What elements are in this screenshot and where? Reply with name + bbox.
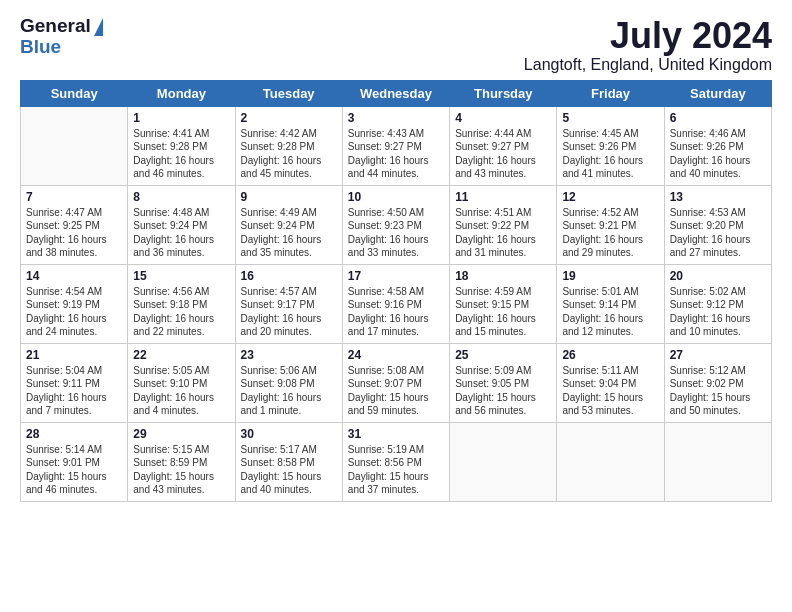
calendar-cell: 12Sunrise: 4:52 AMSunset: 9:21 PMDayligh… <box>557 185 664 264</box>
day-number: 14 <box>26 269 122 283</box>
day-info: Sunrise: 5:09 AMSunset: 9:05 PMDaylight:… <box>455 364 551 418</box>
day-info: Sunrise: 4:59 AMSunset: 9:15 PMDaylight:… <box>455 285 551 339</box>
day-number: 25 <box>455 348 551 362</box>
day-number: 5 <box>562 111 658 125</box>
logo-blue: Blue <box>20 36 61 57</box>
day-number: 17 <box>348 269 444 283</box>
calendar-cell: 4Sunrise: 4:44 AMSunset: 9:27 PMDaylight… <box>450 106 557 185</box>
day-info: Sunrise: 4:48 AMSunset: 9:24 PMDaylight:… <box>133 206 229 260</box>
calendar-cell: 18Sunrise: 4:59 AMSunset: 9:15 PMDayligh… <box>450 264 557 343</box>
day-number: 26 <box>562 348 658 362</box>
calendar-cell: 27Sunrise: 5:12 AMSunset: 9:02 PMDayligh… <box>664 343 771 422</box>
calendar-cell: 16Sunrise: 4:57 AMSunset: 9:17 PMDayligh… <box>235 264 342 343</box>
day-number: 20 <box>670 269 766 283</box>
day-number: 19 <box>562 269 658 283</box>
day-info: Sunrise: 4:49 AMSunset: 9:24 PMDaylight:… <box>241 206 337 260</box>
day-number: 29 <box>133 427 229 441</box>
day-info: Sunrise: 5:11 AMSunset: 9:04 PMDaylight:… <box>562 364 658 418</box>
day-number: 4 <box>455 111 551 125</box>
calendar-cell: 13Sunrise: 4:53 AMSunset: 9:20 PMDayligh… <box>664 185 771 264</box>
day-number: 15 <box>133 269 229 283</box>
day-number: 27 <box>670 348 766 362</box>
day-info: Sunrise: 5:08 AMSunset: 9:07 PMDaylight:… <box>348 364 444 418</box>
day-info: Sunrise: 4:53 AMSunset: 9:20 PMDaylight:… <box>670 206 766 260</box>
day-info: Sunrise: 4:44 AMSunset: 9:27 PMDaylight:… <box>455 127 551 181</box>
logo: General Blue <box>20 16 103 58</box>
calendar-table: SundayMondayTuesdayWednesdayThursdayFrid… <box>20 80 772 502</box>
day-info: Sunrise: 5:15 AMSunset: 8:59 PMDaylight:… <box>133 443 229 497</box>
day-info: Sunrise: 5:05 AMSunset: 9:10 PMDaylight:… <box>133 364 229 418</box>
day-info: Sunrise: 5:06 AMSunset: 9:08 PMDaylight:… <box>241 364 337 418</box>
day-number: 30 <box>241 427 337 441</box>
calendar-cell: 25Sunrise: 5:09 AMSunset: 9:05 PMDayligh… <box>450 343 557 422</box>
calendar-week-row: 28Sunrise: 5:14 AMSunset: 9:01 PMDayligh… <box>21 422 772 501</box>
day-number: 22 <box>133 348 229 362</box>
day-number: 9 <box>241 190 337 204</box>
day-number: 23 <box>241 348 337 362</box>
calendar-day-header: Saturday <box>664 80 771 106</box>
calendar-week-row: 21Sunrise: 5:04 AMSunset: 9:11 PMDayligh… <box>21 343 772 422</box>
day-info: Sunrise: 4:52 AMSunset: 9:21 PMDaylight:… <box>562 206 658 260</box>
calendar-day-header: Sunday <box>21 80 128 106</box>
calendar-cell: 28Sunrise: 5:14 AMSunset: 9:01 PMDayligh… <box>21 422 128 501</box>
day-number: 24 <box>348 348 444 362</box>
day-number: 6 <box>670 111 766 125</box>
logo-triangle-icon <box>94 18 103 36</box>
calendar-cell: 1Sunrise: 4:41 AMSunset: 9:28 PMDaylight… <box>128 106 235 185</box>
day-info: Sunrise: 4:56 AMSunset: 9:18 PMDaylight:… <box>133 285 229 339</box>
logo-general: General <box>20 16 91 37</box>
day-info: Sunrise: 5:02 AMSunset: 9:12 PMDaylight:… <box>670 285 766 339</box>
calendar-cell: 24Sunrise: 5:08 AMSunset: 9:07 PMDayligh… <box>342 343 449 422</box>
day-info: Sunrise: 4:41 AMSunset: 9:28 PMDaylight:… <box>133 127 229 181</box>
calendar-cell: 15Sunrise: 4:56 AMSunset: 9:18 PMDayligh… <box>128 264 235 343</box>
day-number: 28 <box>26 427 122 441</box>
calendar-cell: 17Sunrise: 4:58 AMSunset: 9:16 PMDayligh… <box>342 264 449 343</box>
calendar-cell: 11Sunrise: 4:51 AMSunset: 9:22 PMDayligh… <box>450 185 557 264</box>
day-number: 3 <box>348 111 444 125</box>
day-number: 12 <box>562 190 658 204</box>
calendar-cell: 5Sunrise: 4:45 AMSunset: 9:26 PMDaylight… <box>557 106 664 185</box>
calendar-cell: 3Sunrise: 4:43 AMSunset: 9:27 PMDaylight… <box>342 106 449 185</box>
day-info: Sunrise: 4:42 AMSunset: 9:28 PMDaylight:… <box>241 127 337 181</box>
day-info: Sunrise: 5:14 AMSunset: 9:01 PMDaylight:… <box>26 443 122 497</box>
calendar-cell: 7Sunrise: 4:47 AMSunset: 9:25 PMDaylight… <box>21 185 128 264</box>
calendar-cell: 22Sunrise: 5:05 AMSunset: 9:10 PMDayligh… <box>128 343 235 422</box>
day-number: 2 <box>241 111 337 125</box>
day-number: 31 <box>348 427 444 441</box>
calendar-cell: 29Sunrise: 5:15 AMSunset: 8:59 PMDayligh… <box>128 422 235 501</box>
location-title: Langtoft, England, United Kingdom <box>524 56 772 74</box>
day-info: Sunrise: 5:01 AMSunset: 9:14 PMDaylight:… <box>562 285 658 339</box>
calendar-cell <box>557 422 664 501</box>
day-info: Sunrise: 4:45 AMSunset: 9:26 PMDaylight:… <box>562 127 658 181</box>
day-info: Sunrise: 4:47 AMSunset: 9:25 PMDaylight:… <box>26 206 122 260</box>
calendar-cell: 20Sunrise: 5:02 AMSunset: 9:12 PMDayligh… <box>664 264 771 343</box>
calendar-week-row: 7Sunrise: 4:47 AMSunset: 9:25 PMDaylight… <box>21 185 772 264</box>
day-number: 11 <box>455 190 551 204</box>
calendar-cell: 14Sunrise: 4:54 AMSunset: 9:19 PMDayligh… <box>21 264 128 343</box>
calendar-cell <box>21 106 128 185</box>
calendar-cell: 19Sunrise: 5:01 AMSunset: 9:14 PMDayligh… <box>557 264 664 343</box>
day-info: Sunrise: 5:17 AMSunset: 8:58 PMDaylight:… <box>241 443 337 497</box>
calendar-cell: 23Sunrise: 5:06 AMSunset: 9:08 PMDayligh… <box>235 343 342 422</box>
day-info: Sunrise: 4:50 AMSunset: 9:23 PMDaylight:… <box>348 206 444 260</box>
day-number: 16 <box>241 269 337 283</box>
day-number: 10 <box>348 190 444 204</box>
day-info: Sunrise: 4:57 AMSunset: 9:17 PMDaylight:… <box>241 285 337 339</box>
month-title: July 2024 <box>524 16 772 56</box>
calendar-day-header: Tuesday <box>235 80 342 106</box>
calendar-cell: 10Sunrise: 4:50 AMSunset: 9:23 PMDayligh… <box>342 185 449 264</box>
calendar-cell <box>664 422 771 501</box>
day-number: 18 <box>455 269 551 283</box>
calendar-cell: 8Sunrise: 4:48 AMSunset: 9:24 PMDaylight… <box>128 185 235 264</box>
day-info: Sunrise: 4:58 AMSunset: 9:16 PMDaylight:… <box>348 285 444 339</box>
calendar-day-header: Monday <box>128 80 235 106</box>
calendar-cell: 21Sunrise: 5:04 AMSunset: 9:11 PMDayligh… <box>21 343 128 422</box>
calendar-cell: 9Sunrise: 4:49 AMSunset: 9:24 PMDaylight… <box>235 185 342 264</box>
day-number: 8 <box>133 190 229 204</box>
calendar-day-header: Wednesday <box>342 80 449 106</box>
day-number: 7 <box>26 190 122 204</box>
day-info: Sunrise: 4:51 AMSunset: 9:22 PMDaylight:… <box>455 206 551 260</box>
calendar-day-header: Thursday <box>450 80 557 106</box>
day-number: 13 <box>670 190 766 204</box>
page-header: General Blue July 2024 Langtoft, England… <box>20 16 772 74</box>
